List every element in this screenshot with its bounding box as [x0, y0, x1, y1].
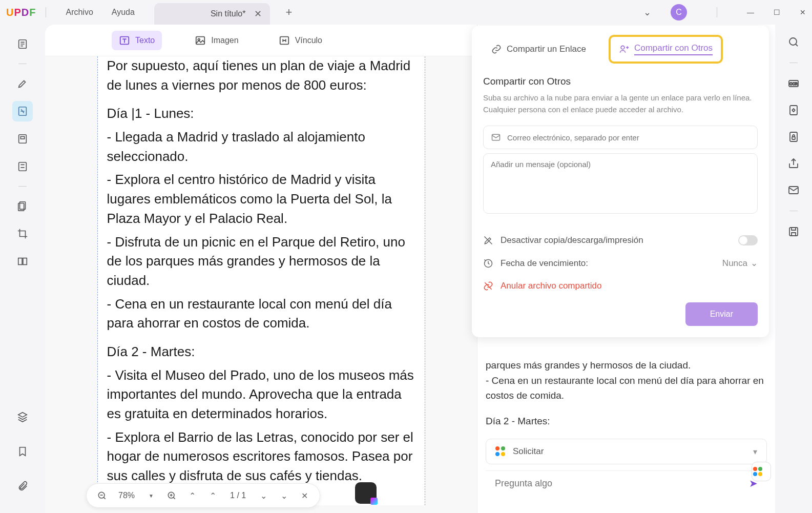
bookmark-icon[interactable]	[12, 441, 33, 462]
first-page-button[interactable]: ⌃	[184, 487, 200, 504]
doc-paragraph: - Llegada a Madrid y traslado al alojami…	[107, 128, 415, 166]
ai-color-fab[interactable]	[752, 462, 771, 481]
doc-paragraph: - Cena en un restaurante local con menú …	[107, 295, 415, 333]
app-logo: UPDF	[6, 7, 35, 18]
disable-copy-label: Desactivar copia/descarga/impresión	[501, 235, 643, 245]
email-input[interactable]	[507, 133, 750, 142]
convert-icon[interactable]	[787, 104, 800, 116]
share-others-tab[interactable]: Compartir con Otros	[609, 35, 723, 64]
ai-prompt-input[interactable]	[495, 478, 749, 489]
image-tool-button[interactable]: Imagen	[188, 31, 245, 50]
send-share-button[interactable]: Enviar	[685, 302, 758, 326]
mail-icon	[491, 132, 501, 142]
share-icon[interactable]	[787, 157, 800, 170]
expire-label: Fecha de vencimiento:	[501, 258, 588, 269]
next-page-button[interactable]: ⌄	[255, 487, 272, 504]
form-icon[interactable]	[12, 156, 33, 177]
share-title: Compartir con Otros	[483, 76, 758, 87]
protect-icon[interactable]	[787, 131, 800, 143]
page-indicator: 1 / 1	[225, 491, 251, 500]
svg-text:OCR: OCR	[789, 82, 798, 86]
menu-file[interactable]: Archivo	[56, 8, 102, 17]
minimize-button[interactable]: —	[747, 8, 754, 16]
close-bar-button[interactable]: ✕	[296, 487, 313, 504]
svg-rect-7	[18, 258, 22, 265]
user-avatar[interactable]: C	[671, 4, 687, 20]
ai-response-text: parques más grandes y hermosos de la ciu…	[486, 358, 767, 428]
disable-copy-toggle[interactable]	[738, 235, 758, 245]
text-tool-label: Texto	[135, 36, 155, 45]
email-icon[interactable]	[787, 184, 800, 196]
edit-toolbar: Texto Imagen Vínculo	[45, 25, 477, 56]
right-toolbar: OCR	[775, 25, 812, 513]
chevron-down-icon: ⌄	[751, 258, 758, 269]
ai-dots-icon	[495, 446, 506, 457]
maximize-button[interactable]: ☐	[774, 8, 780, 16]
disable-copy-row: Desactivar copia/descarga/impresión	[483, 229, 758, 252]
doc-paragraph: - Visita el Museo del Prado, uno de los …	[107, 366, 415, 424]
chevron-down-icon: ▾	[753, 447, 757, 457]
organize-icon[interactable]	[12, 196, 33, 216]
zoom-in-button[interactable]	[163, 487, 180, 504]
doc-paragraph: - Explora el Barrio de las Letras, conoc…	[107, 428, 415, 486]
ocr-icon[interactable]: OCR	[787, 77, 800, 90]
share-link-label: Compartir un Enlace	[507, 44, 586, 54]
close-button[interactable]: ✕	[800, 8, 806, 16]
text-tool-button[interactable]: Texto	[112, 31, 162, 50]
message-input[interactable]	[491, 160, 750, 177]
highlight-icon[interactable]	[12, 73, 33, 94]
svg-point-15	[621, 46, 624, 49]
expire-dropdown[interactable]: Nunca ⌄	[722, 258, 758, 269]
share-description: Suba su archivo a la nube para enviar a …	[483, 92, 758, 115]
image-tool-label: Imagen	[211, 36, 238, 45]
doc-paragraph: Día |1 - Lunes:	[107, 104, 415, 124]
menu-help[interactable]: Ayuda	[102, 8, 144, 17]
zoom-page-bar: 78% ▼ ⌃ ⌃ 1 / 1 ⌄ ⌄ ✕	[86, 483, 320, 508]
prev-page-button[interactable]: ⌃	[204, 487, 221, 504]
ai-assistant-fab[interactable]	[355, 482, 377, 504]
titlebar: UPDF Archivo Ayuda Sin título* ✕ + ⌄ C —…	[0, 0, 812, 25]
svg-point-18	[789, 38, 797, 45]
link-tool-button[interactable]: Vínculo	[272, 31, 329, 50]
compare-icon[interactable]	[12, 251, 33, 272]
layers-icon[interactable]	[12, 406, 33, 427]
zoom-dropdown-icon[interactable]: ▼	[143, 487, 159, 504]
crop-icon[interactable]	[12, 223, 33, 244]
tab-title: Sin título*	[211, 9, 245, 18]
document-page[interactable]: Por supuesto, aquí tienes un plan de via…	[97, 56, 425, 505]
page-icon[interactable]	[12, 129, 33, 149]
doc-paragraph: - Disfruta de un picnic en el Parque del…	[107, 233, 415, 291]
doc-paragraph: - Explora el centro histórico de Madrid …	[107, 170, 415, 228]
doc-paragraph: Por supuesto, aquí tienes un plan de via…	[107, 56, 415, 95]
attachment-icon[interactable]	[12, 476, 33, 497]
revoke-button[interactable]: Anular archivo compartido	[483, 275, 758, 297]
expire-row: Fecha de vencimiento: Nunca ⌄	[483, 252, 758, 275]
left-toolbar	[0, 25, 45, 513]
svg-rect-21	[790, 106, 797, 115]
svg-rect-25	[789, 228, 798, 236]
revoke-label: Anular archivo compartido	[501, 281, 601, 291]
save-icon[interactable]	[787, 225, 800, 238]
zoom-out-button[interactable]	[94, 487, 110, 504]
reader-icon[interactable]	[12, 34, 33, 54]
doc-paragraph: Día 2 - Martes:	[107, 342, 415, 362]
svg-rect-3	[20, 136, 24, 139]
zoom-value: 78%	[114, 491, 139, 500]
solicitar-dropdown[interactable]: Solicitar ▾	[486, 439, 767, 464]
svg-rect-8	[23, 258, 27, 265]
svg-rect-4	[19, 162, 27, 171]
link-tool-label: Vínculo	[295, 36, 322, 45]
unlink-icon	[483, 281, 493, 291]
edit-icon[interactable]	[12, 101, 33, 121]
clock-icon	[483, 258, 493, 269]
no-edit-icon	[483, 235, 493, 245]
share-others-label: Compartir con Otros	[634, 43, 713, 55]
add-tab-button[interactable]: +	[285, 6, 292, 19]
search-icon[interactable]	[787, 36, 800, 48]
close-tab-icon[interactable]: ✕	[254, 8, 262, 19]
last-page-button[interactable]: ⌄	[276, 487, 292, 504]
svg-rect-23	[792, 137, 795, 139]
chevron-down-icon[interactable]: ⌄	[643, 7, 651, 18]
share-link-tab[interactable]: Compartir un Enlace	[483, 35, 594, 64]
document-tab[interactable]: Sin título* ✕	[154, 3, 270, 25]
